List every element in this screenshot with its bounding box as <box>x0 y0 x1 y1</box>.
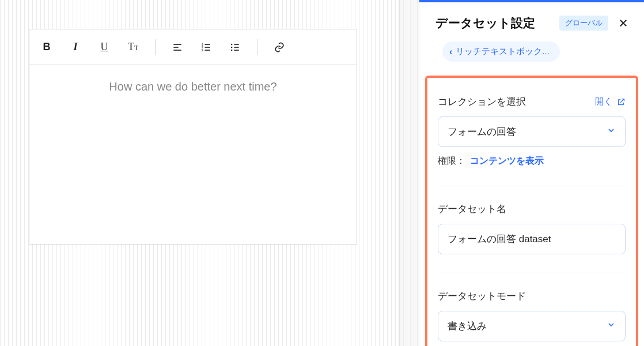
link-button[interactable] <box>272 40 286 54</box>
chevron-left-icon: ‹ <box>449 47 452 57</box>
open-link-text: 開く <box>595 96 612 107</box>
text-size-button[interactable]: TT <box>126 40 140 54</box>
section-divider <box>438 273 626 273</box>
dataset-name-section: データセット名 フォームの回答 dataset <box>438 202 626 254</box>
permission-link[interactable]: コンテンツを表示 <box>470 155 544 167</box>
editor-body[interactable]: How can we do better next time? <box>29 65 357 244</box>
svg-point-13 <box>231 49 233 51</box>
editor-placeholder: How can we do better next time? <box>52 80 334 93</box>
toolbar-group-align: 123 <box>171 40 242 54</box>
scope-badge: グローバル <box>559 16 608 31</box>
richtext-editor: B I U TT 123 <box>29 29 357 245</box>
dataset-mode-value: 書き込み <box>448 319 487 333</box>
permission-label: 権限： <box>438 155 465 167</box>
svg-point-11 <box>231 46 233 48</box>
dataset-name-value: フォームの回答 dataset <box>448 232 551 246</box>
collection-section: コレクションを選択 開く フォームの回答 権限： コンテンツを表示 <box>438 95 626 167</box>
svg-text:3: 3 <box>202 48 203 51</box>
open-collection-link[interactable]: 開く <box>595 96 626 107</box>
unordered-list-button[interactable] <box>228 40 242 54</box>
breadcrumb-label: リッチテキストボック... <box>456 46 550 57</box>
editor-toolbar: B I U TT 123 <box>29 29 357 65</box>
dataset-mode-section: データセットモード 書き込み <box>438 289 626 341</box>
toolbar-divider <box>257 39 257 55</box>
bold-button[interactable]: B <box>40 40 54 54</box>
dataset-name-label: データセット名 <box>438 202 626 216</box>
toolbar-divider <box>155 39 156 55</box>
close-button[interactable] <box>616 16 630 30</box>
highlighted-settings: コレクションを選択 開く フォームの回答 権限： コンテンツを表示 データセット… <box>425 76 638 346</box>
section-divider <box>438 186 626 186</box>
collection-select-value: フォームの回答 <box>448 125 516 138</box>
canvas-gutter <box>399 0 419 346</box>
editor-canvas: B I U TT 123 <box>0 0 399 346</box>
dataset-mode-select[interactable]: 書き込み <box>438 311 626 341</box>
dataset-name-input[interactable]: フォームの回答 dataset <box>438 224 626 254</box>
dataset-settings-panel: データセット設定 グローバル ‹ リッチテキストボック... コレクションを選択… <box>419 0 644 346</box>
svg-point-9 <box>231 43 233 45</box>
external-link-icon <box>617 97 626 106</box>
panel-title: データセット設定 <box>435 15 554 31</box>
breadcrumb-back[interactable]: ‹ リッチテキストボック... <box>442 42 560 62</box>
collection-select[interactable]: フォームの回答 <box>438 116 626 147</box>
underline-button[interactable]: U <box>97 40 111 54</box>
toolbar-group-link <box>272 40 286 54</box>
dataset-mode-label: データセットモード <box>438 289 626 303</box>
permission-row: 権限： コンテンツを表示 <box>438 155 626 167</box>
chevron-down-icon <box>607 126 616 138</box>
toolbar-group-text: B I U TT <box>40 40 140 54</box>
chevron-down-icon <box>607 320 616 332</box>
italic-button[interactable]: I <box>69 40 82 54</box>
align-left-button[interactable] <box>171 40 184 54</box>
collection-section-header: コレクションを選択 開く <box>438 95 626 108</box>
ordered-list-button[interactable]: 123 <box>199 40 213 54</box>
collection-label: コレクションを選択 <box>438 95 526 108</box>
panel-header: データセット設定 グローバル <box>419 2 644 42</box>
